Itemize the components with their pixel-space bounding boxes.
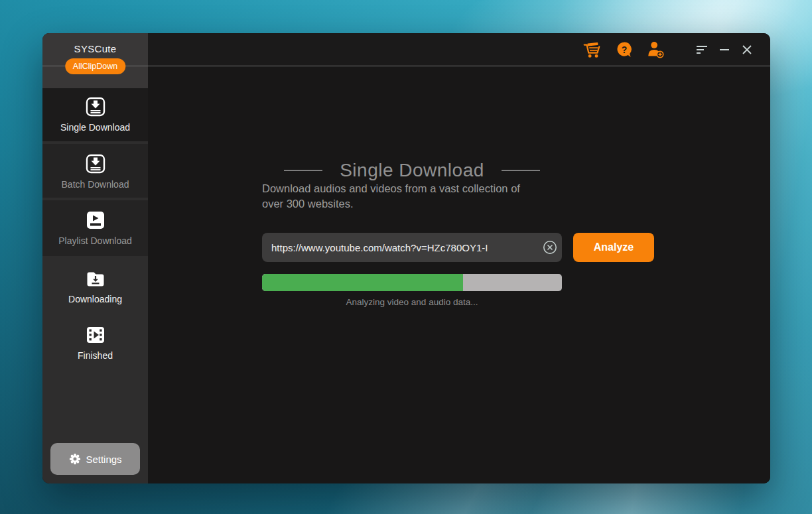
title-dash-left — [284, 170, 322, 171]
clear-url-icon[interactable] — [543, 240, 557, 255]
progress-bar — [262, 274, 562, 291]
page-description: Download audios and videos from a vast c… — [262, 181, 541, 212]
sidebar-item-single-download[interactable]: Single Download — [42, 88, 148, 141]
title-dash-right — [502, 170, 540, 171]
progress-fill — [262, 274, 463, 291]
svg-text:?: ? — [622, 44, 628, 54]
sidebar: SYSCute AllClipDown Single Download — [42, 33, 148, 483]
analyze-button[interactable]: Analyze — [573, 233, 654, 262]
settings-button[interactable]: Settings — [50, 443, 140, 475]
download-box-icon — [85, 96, 106, 117]
folder-download-icon — [85, 268, 106, 289]
settings-label: Settings — [86, 454, 121, 465]
help-icon[interactable]: ? — [613, 38, 636, 61]
menu-icon[interactable] — [691, 38, 713, 61]
add-user-icon[interactable] — [644, 38, 667, 61]
brand-title: SYSCute — [42, 43, 148, 54]
playlist-icon — [85, 210, 106, 231]
download-box-icon — [85, 153, 106, 174]
sidebar-item-label: Playlist Download — [42, 235, 148, 246]
sidebar-item-playlist-download[interactable]: Playlist Download — [42, 200, 148, 256]
product-badge: AllClipDown — [65, 58, 125, 74]
header-divider — [42, 66, 770, 66]
url-input[interactable] — [262, 233, 562, 262]
status-text: Analyzing video and audio data... — [262, 297, 562, 307]
sidebar-item-batch-download[interactable]: Batch Download — [42, 144, 148, 198]
minimize-icon[interactable] — [713, 38, 736, 61]
sidebar-item-finished[interactable]: Finished — [42, 323, 148, 371]
gear-icon — [68, 452, 82, 466]
close-icon[interactable] — [736, 38, 758, 61]
sidebar-item-label: Batch Download — [42, 179, 148, 190]
app-window: SYSCute AllClipDown Single Download — [42, 33, 770, 483]
window-topbar: ? — [148, 33, 770, 66]
filmstrip-icon — [85, 324, 106, 346]
page-title: Single Download — [340, 160, 484, 181]
cart-icon[interactable] — [580, 38, 603, 61]
main-content: Single Download Download audios and vide… — [148, 66, 770, 483]
sidebar-item-label: Finished — [42, 350, 148, 361]
title-row: Single Download — [262, 160, 562, 181]
sidebar-item-label: Single Download — [42, 122, 148, 133]
sidebar-item-downloading[interactable]: Downloading — [42, 267, 148, 314]
sidebar-item-label: Downloading — [42, 294, 148, 304]
